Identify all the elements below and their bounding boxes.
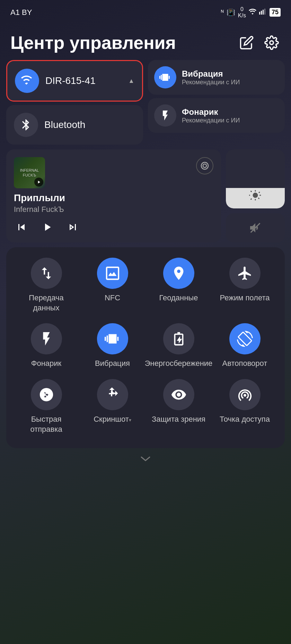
wifi-status-icon	[249, 8, 256, 16]
vibration-icon-circle	[154, 66, 176, 88]
bluetooth-label: Bluetooth	[44, 119, 85, 130]
grid-item-airplane[interactable]: Режим полета	[217, 258, 273, 313]
svg-rect-2	[263, 10, 264, 15]
energy-save-icon-circle	[163, 323, 194, 354]
svg-rect-0	[259, 12, 260, 15]
vibrate-status-icon: 📳	[227, 8, 235, 17]
brightness-tile[interactable]	[226, 149, 285, 208]
status-bar: A1 BY ᴺ 📳 0K/s 75	[0, 0, 291, 22]
soundwave-icon	[196, 157, 213, 174]
quick-settings-grid: Передача данных NFC Геоданные	[6, 247, 285, 448]
carrier-label: A1 BY	[10, 8, 32, 17]
grid-item-eye-protect[interactable]: Защита зрения	[151, 379, 206, 434]
hotspot-label: Точка доступа	[220, 414, 270, 424]
svg-point-7	[47, 390, 50, 393]
grid-item-screenshot[interactable]: Скриншот▾	[85, 379, 140, 434]
grid-row-2: Фонарик Вибрация Энергосбережение	[13, 323, 278, 369]
brightness-volume-column	[226, 149, 285, 242]
grid-item-vibration[interactable]: Вибрация	[85, 323, 140, 369]
status-icons: ᴺ 📳 0K/s 75	[221, 6, 281, 18]
bottom-chevron[interactable]	[0, 448, 291, 469]
svg-point-4	[270, 41, 274, 45]
grid-item-data-transfer[interactable]: Передача данных	[19, 258, 74, 313]
wifi-tile[interactable]: DIR-615-41 ▲	[6, 60, 143, 102]
grid-row-1: Передача данных NFC Геоданные	[13, 258, 278, 313]
battery-label: 75	[270, 8, 281, 17]
media-next-button[interactable]	[65, 220, 80, 235]
svg-line-10	[46, 395, 47, 397]
flashlight-subtitle: Рекомендации с ИИ	[182, 117, 240, 124]
svg-point-8	[47, 396, 50, 399]
eye-protect-label: Защита зрения	[152, 414, 205, 424]
vibration-subtitle: Рекомендации с ИИ	[182, 79, 240, 86]
media-artist-name: Infernal FuckЪ	[14, 205, 213, 214]
grid-item-energy-save[interactable]: Энергосбережение	[151, 323, 206, 369]
nfc-status-icon: ᴺ	[221, 8, 224, 17]
media-track-title: Приплыли	[14, 192, 213, 204]
media-play-button[interactable]	[39, 220, 55, 235]
grid-item-hotspot[interactable]: Точка доступа	[217, 379, 273, 434]
brightness-icon	[248, 188, 263, 203]
bluetooth-tile[interactable]: Bluetooth	[6, 105, 143, 145]
mid-tiles-area: INFERNAL FUCKЪ Приплыли Infernal FuckЪ	[0, 149, 291, 242]
data-transfer-label: Передача данных	[19, 293, 74, 313]
nfc-label: NFC	[105, 293, 120, 303]
flashlight-grid-label: Фонарик	[31, 359, 62, 369]
volume-tile[interactable]	[226, 213, 285, 242]
bluetooth-icon-circle	[14, 113, 38, 137]
left-tiles-column: DIR-615-41 ▲ Bluetooth	[6, 60, 143, 145]
grid-item-quick-share[interactable]: Быстрая отправка	[19, 379, 74, 434]
mini-play-overlay	[34, 178, 43, 187]
svg-point-6	[43, 393, 46, 396]
location-label: Геоданные	[159, 293, 198, 303]
wifi-arrow-icon: ▲	[128, 77, 134, 85]
speed-label: 0K/s	[238, 6, 246, 18]
page-title: Центр управления	[10, 32, 176, 53]
airplane-icon-circle	[229, 258, 261, 289]
right-tiles-column: Вибрация Рекомендации с ИИ Фонарик Реком…	[148, 60, 285, 145]
screenshot-label: Скриншот▾	[94, 414, 131, 424]
hotspot-icon-circle	[229, 379, 261, 410]
control-center-header: Центр управления	[0, 22, 291, 60]
flashlight-text: Фонарик Рекомендации с ИИ	[182, 107, 240, 124]
vibration-title: Вибрация	[182, 69, 240, 79]
vibration-tile[interactable]: Вибрация Рекомендации с ИИ	[148, 60, 285, 95]
grid-item-flashlight[interactable]: Фонарик	[19, 323, 74, 369]
album-art: INFERNAL FUCKЪ	[14, 157, 45, 188]
grid-item-location[interactable]: Геоданные	[151, 258, 206, 313]
location-icon-circle	[163, 258, 194, 289]
vibration-text: Вибрация Рекомендации с ИИ	[182, 69, 240, 86]
grid-item-auto-rotate[interactable]: Автоповорот	[217, 323, 273, 369]
data-transfer-icon-circle	[31, 258, 62, 289]
screenshot-icon-circle	[97, 379, 128, 410]
settings-button[interactable]	[263, 34, 281, 52]
grid-item-nfc[interactable]: NFC	[85, 258, 140, 313]
eye-protect-icon-circle	[163, 379, 194, 410]
quick-share-icon-circle	[31, 379, 62, 410]
auto-rotate-icon-circle	[229, 323, 261, 354]
media-top-row: INFERNAL FUCKЪ	[14, 157, 213, 188]
energy-save-label: Энергосбережение	[145, 359, 213, 369]
vibration-grid-label: Вибрация	[95, 359, 130, 369]
svg-rect-1	[261, 11, 262, 15]
flashlight2-icon-circle	[31, 323, 62, 354]
media-player-tile[interactable]: INFERNAL FUCKЪ Приплыли Infernal FuckЪ	[6, 149, 221, 242]
top-tiles-area: DIR-615-41 ▲ Bluetooth Вибрация Рекоме	[0, 60, 291, 145]
auto-rotate-label: Автоповорот	[222, 359, 267, 369]
header-actions	[238, 34, 281, 52]
flashlight-icon-circle	[154, 104, 176, 127]
edit-button[interactable]	[238, 34, 256, 52]
wifi-icon-circle	[15, 69, 39, 93]
nfc-icon-circle	[97, 258, 128, 289]
flashlight-tile[interactable]: Фонарик Рекомендации с ИИ	[148, 98, 285, 133]
signal-status-icon	[259, 8, 267, 16]
quick-share-label: Быстрая отправка	[19, 414, 74, 434]
svg-rect-3	[264, 9, 265, 15]
airplane-label: Режим полета	[220, 293, 270, 303]
media-controls	[14, 220, 213, 235]
grid-row-3: Быстрая отправка Скриншот▾ Защита зрения	[13, 379, 278, 434]
media-prev-button[interactable]	[14, 220, 29, 235]
flashlight-title: Фонарик	[182, 107, 240, 117]
vibration2-icon-circle	[97, 323, 128, 354]
wifi-label: DIR-615-41	[45, 75, 96, 86]
